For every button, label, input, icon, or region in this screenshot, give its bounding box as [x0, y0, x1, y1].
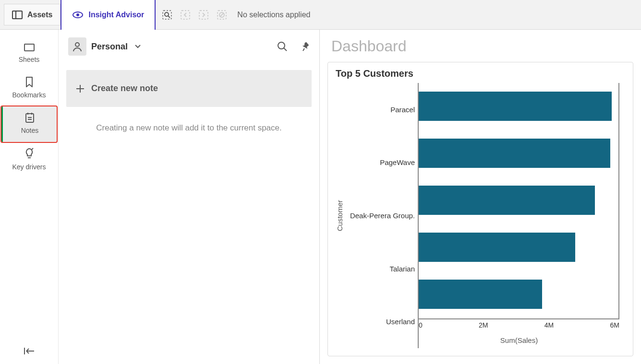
sidebar-item-label: Sheets	[19, 56, 40, 63]
insight-icon	[72, 10, 84, 20]
search-button[interactable]	[277, 41, 288, 52]
scope-label: Personal	[91, 42, 128, 52]
empty-hint: Creating a new note will add it to the c…	[59, 114, 319, 133]
topbar: Assets Insight Advisor No selections app…	[0, 0, 641, 30]
lightbulb-icon	[24, 148, 34, 159]
svg-point-23	[75, 43, 79, 47]
dashboard-panel: Dashboard Top 5 Customers Customer Parac…	[320, 30, 641, 364]
x-tick: 0	[419, 321, 423, 329]
notes-panel: Personal Create new note Creating a new …	[59, 30, 320, 364]
notes-panel-header: Personal	[59, 30, 319, 63]
svg-rect-7	[181, 11, 190, 19]
assets-label: Assets	[27, 11, 52, 19]
svg-rect-8	[199, 11, 208, 19]
assets-button[interactable]: Assets	[4, 4, 60, 25]
y-axis-label: Customer	[336, 200, 344, 231]
collapse-sidebar-button[interactable]	[0, 343, 58, 359]
notes-icon	[25, 112, 35, 123]
sidebar-item-bookmarks[interactable]: Bookmarks	[0, 71, 58, 106]
x-tick: 2M	[479, 321, 488, 329]
svg-rect-4	[163, 11, 171, 19]
category-label: Userland	[386, 317, 415, 326]
sidebar-item-notes[interactable]: Notes	[1, 106, 57, 142]
sidebar-item-label: Key drivers	[12, 163, 46, 171]
svg-line-26	[303, 48, 304, 51]
bookmark-icon	[25, 77, 34, 87]
category-label: Paracel	[390, 106, 415, 114]
bar[interactable]	[419, 233, 575, 262]
no-selections-text: No selections applied	[237, 11, 310, 19]
scope-dropdown[interactable]: Personal	[91, 42, 141, 52]
chart-card[interactable]: Top 5 Customers Customer ParacelPageWave…	[327, 62, 633, 356]
step-back-icon[interactable]	[180, 9, 191, 21]
step-forward-icon[interactable]	[198, 9, 209, 21]
chart-title: Top 5 Customers	[336, 68, 625, 79]
bar[interactable]	[419, 186, 595, 215]
bar[interactable]	[419, 92, 612, 121]
svg-line-25	[284, 48, 287, 51]
sidebar-item-keydrivers[interactable]: Key drivers	[0, 142, 58, 178]
svg-point-5	[165, 12, 169, 16]
insight-label: Insight Advisor	[88, 11, 144, 19]
plus-icon	[76, 84, 85, 93]
sidebar-item-label: Bookmarks	[12, 91, 46, 99]
bar[interactable]	[419, 280, 542, 309]
person-icon	[68, 37, 86, 56]
insight-advisor-button[interactable]: Insight Advisor	[60, 0, 156, 30]
sidebar: Sheets Bookmarks Notes Key drivers	[0, 30, 59, 364]
svg-point-3	[76, 13, 79, 16]
svg-rect-12	[24, 44, 34, 51]
collapse-icon	[24, 347, 35, 355]
sheets-icon	[24, 42, 35, 52]
x-tick: 6M	[610, 321, 619, 329]
svg-line-20	[32, 148, 33, 150]
svg-line-6	[168, 16, 170, 18]
chevron-down-icon	[134, 44, 141, 49]
dashboard-title: Dashboard	[320, 30, 641, 60]
create-note-label: Create new note	[91, 83, 158, 94]
bar[interactable]	[419, 139, 610, 168]
sidebar-item-sheets[interactable]: Sheets	[0, 36, 58, 71]
svg-rect-0	[12, 11, 22, 19]
sidebar-item-label: Notes	[21, 127, 39, 134]
category-label: PageWave	[380, 158, 415, 166]
svg-line-11	[220, 13, 224, 17]
create-note-button[interactable]: Create new note	[66, 70, 312, 107]
selection-toolbar: No selections applied	[156, 0, 316, 29]
clear-selections-icon[interactable]	[216, 9, 228, 21]
pin-button[interactable]	[301, 42, 310, 51]
panel-icon	[12, 11, 23, 19]
chart-plot: Customer ParacelPageWaveDeak-Perera Grou…	[336, 83, 625, 348]
smart-search-icon[interactable]	[161, 9, 173, 21]
svg-point-24	[278, 42, 285, 49]
x-axis-label: Sum(Sales)	[419, 336, 619, 344]
category-label: Talarian	[389, 265, 415, 273]
category-label: Deak-Perera Group.	[350, 211, 415, 220]
x-tick: 4M	[544, 321, 554, 329]
